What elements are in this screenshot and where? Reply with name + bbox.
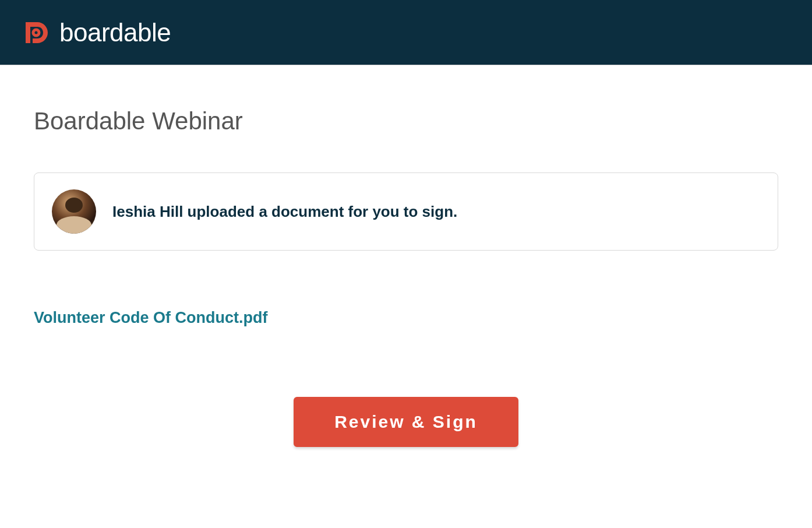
review-sign-button[interactable]: Review & Sign	[294, 397, 518, 447]
svg-point-0	[33, 30, 39, 36]
main-content: Boardable Webinar Ieshia Hill uploaded a…	[0, 65, 812, 447]
boardable-logo-icon	[21, 19, 49, 47]
document-link[interactable]: Volunteer Code Of Conduct.pdf	[34, 309, 267, 327]
page-title: Boardable Webinar	[34, 107, 778, 135]
action-wrapper: Review & Sign	[34, 397, 778, 447]
notification-card: Ieshia Hill uploaded a document for you …	[34, 173, 778, 251]
notification-message: Ieshia Hill uploaded a document for you …	[112, 203, 457, 221]
logo-text: boardable	[59, 18, 171, 47]
header: boardable	[0, 0, 812, 65]
logo[interactable]: boardable	[21, 18, 171, 47]
avatar	[52, 189, 96, 234]
